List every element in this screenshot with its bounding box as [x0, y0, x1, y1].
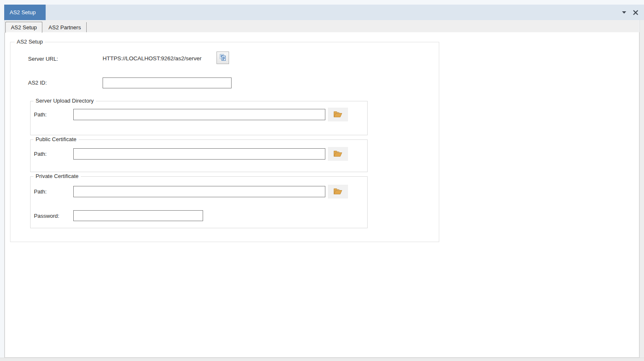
tab-page-as2-setup: AS2 Setup Server URL: HTTPS://LOCALHOST:… [5, 32, 639, 358]
server-url-value: HTTPS://LOCALHOST:9262/as2/server [103, 55, 201, 62]
public-cert-path-label: Path: [34, 151, 46, 157]
private-cert-browse-button[interactable] [328, 185, 348, 199]
document-tab-label: AS2 Setup [10, 9, 36, 15]
window-frame-bottom [0, 358, 644, 361]
tab-as2-partners-label: AS2 Partners [49, 24, 81, 31]
document-tab-bar: AS2 Setup [4, 5, 644, 20]
tab-as2-setup-label: AS2 Setup [11, 24, 37, 31]
server-upload-directory-groupbox: Server Upload Directory Path: [30, 101, 368, 135]
window-frame-right [639, 20, 644, 361]
public-cert-path-input[interactable] [73, 148, 325, 160]
server-upload-directory-title: Server Upload Directory [33, 98, 96, 104]
close-icon[interactable] [632, 9, 639, 16]
private-certificate-groupbox: Private Certificate Path: Password: [30, 176, 368, 228]
private-certificate-title: Private Certificate [33, 173, 81, 179]
upload-path-input[interactable] [73, 109, 325, 120]
copy-icon [219, 53, 227, 63]
as2-setup-groupbox: AS2 Setup Server URL: HTTPS://LOCALHOST:… [10, 42, 439, 242]
copy-url-button[interactable] [216, 52, 229, 64]
as2-id-input[interactable] [103, 77, 232, 88]
window-frame-left [0, 20, 5, 361]
as2-setup-groupbox-title: AS2 Setup [15, 39, 45, 45]
window-controls [621, 5, 639, 20]
private-cert-path-input[interactable] [73, 186, 325, 197]
tab-strip: AS2 Setup AS2 Partners [5, 20, 639, 33]
chevron-down-icon[interactable] [621, 9, 627, 16]
folder-open-icon [333, 149, 343, 159]
folder-open-icon [333, 187, 343, 196]
upload-browse-button[interactable] [328, 108, 348, 121]
password-input[interactable] [73, 210, 203, 221]
folder-open-icon [333, 110, 343, 119]
server-url-label: Server URL: [28, 56, 58, 62]
public-certificate-title: Public Certificate [33, 136, 79, 142]
private-cert-path-label: Path: [34, 188, 46, 195]
tab-as2-partners[interactable]: AS2 Partners [43, 22, 87, 32]
tab-as2-setup[interactable]: AS2 Setup [5, 22, 42, 33]
public-certificate-groupbox: Public Certificate Path: [30, 139, 368, 172]
public-cert-browse-button[interactable] [328, 147, 348, 161]
password-label: Password: [34, 213, 59, 219]
document-tab-as2-setup[interactable]: AS2 Setup [4, 5, 46, 20]
as2-setup-window: { "titlebar": { "doc_tab_label": "AS2 Se… [0, 0, 644, 361]
as2-id-label: AS2 ID: [28, 80, 47, 86]
upload-path-label: Path: [34, 111, 46, 118]
